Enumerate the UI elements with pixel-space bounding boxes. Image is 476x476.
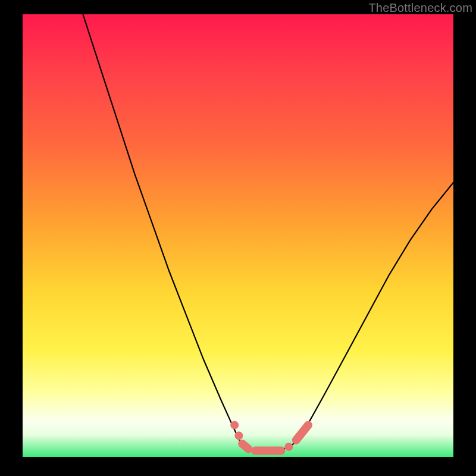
frame: TheBottleneck.com [0,0,476,476]
data-marker [230,421,239,429]
watermark-text: TheBottleneck.com [368,1,472,15]
data-marker [284,443,293,451]
data-marker [296,425,308,440]
curve-svg [23,14,453,457]
plot-area [23,14,453,457]
data-marker [242,444,248,449]
data-marker [234,431,243,440]
bottleneck-curve [83,14,453,451]
